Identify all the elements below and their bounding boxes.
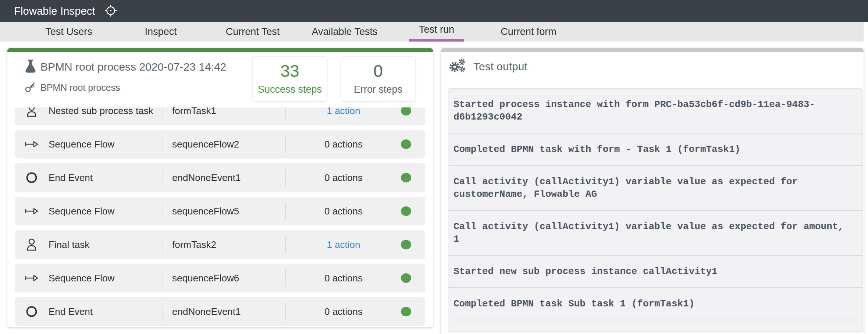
step-actions-link[interactable]: 1 action (286, 239, 401, 251)
app-title: Flowable Inspect (14, 5, 95, 17)
status-dot (401, 139, 411, 149)
status-dot-cell (401, 307, 425, 316)
process-step-row[interactable]: End Event endNoneEvent1 0 actions (15, 297, 425, 326)
step-name: endNoneEvent1 (163, 172, 285, 184)
end-event-circle-icon (25, 305, 38, 319)
step-label: Sequence Flow (49, 273, 163, 284)
status-dot-cell (401, 173, 425, 182)
status-dot-cell (401, 273, 425, 283)
step-label: Sequence Flow (49, 206, 163, 217)
log-entry: Completed BPMN task Sub task 1 (formTask… (448, 288, 862, 320)
success-steps-counter: 33 Success steps (253, 57, 327, 101)
sequence-flow-arrow-icon (24, 204, 39, 218)
process-step-row[interactable]: Sequence Flow sequenceFlow5 0 actions (15, 197, 425, 225)
flowable-inspect-window: Flowable Inspect Test Users Inspect Curr (0, 0, 868, 334)
test-output-header: Test output (448, 58, 527, 75)
sequence-flow-arrow-icon (24, 137, 39, 151)
step-actions-link[interactable]: 0 actions (286, 172, 401, 184)
test-run-title: BPMN root process 2020-07-23 14:42 (40, 61, 226, 73)
app-header: Flowable Inspect (0, 0, 868, 22)
crosshair-icon[interactable] (103, 3, 118, 19)
tab[interactable]: Current form (483, 22, 574, 42)
end-event-circle-icon (25, 171, 38, 185)
error-steps-label: Error steps (341, 84, 415, 95)
test-run-panel: Nested sub process task formTask1 1 acti… (7, 48, 433, 327)
step-actions-link[interactable]: 0 actions (286, 139, 401, 150)
status-dot (401, 240, 411, 249)
step-type-icon (15, 204, 49, 218)
log-entry: Call activity (callActivity1) variable v… (448, 166, 862, 211)
step-label: Final task (49, 239, 163, 251)
log-entry: Started new sub process instance callAct… (448, 256, 862, 288)
success-steps-value: 33 (253, 61, 327, 81)
status-dot (401, 206, 411, 216)
error-steps-counter: 0 Error steps (341, 57, 415, 101)
step-name: formTask2 (163, 239, 285, 251)
step-label: End Event (49, 306, 163, 317)
status-dot (401, 273, 411, 283)
step-actions-link[interactable]: 0 actions (286, 206, 401, 217)
step-label: Sequence Flow (49, 139, 163, 150)
tab[interactable]: Test Users (23, 22, 115, 42)
tab-label: Test run (419, 24, 454, 35)
status-dot-cell (401, 139, 425, 149)
process-step-row[interactable]: Sequence Flow sequenceFlow2 0 actions (15, 130, 425, 159)
step-name: endNoneEvent1 (163, 306, 285, 317)
process-step-list: Nested sub process task formTask1 1 acti… (15, 96, 425, 327)
log-entry: Started process instance with form PRC-b… (448, 89, 862, 134)
test-run-header: BPMN root process 2020-07-23 14:42 BPMN … (7, 52, 433, 107)
key-icon (24, 81, 36, 95)
status-dot (401, 173, 411, 182)
log-entry: Completed BPMN task with form - Task 1 (… (448, 134, 862, 166)
step-type-icon (15, 305, 49, 319)
success-steps-label: Success steps (253, 84, 327, 95)
tab[interactable]: Test run (391, 22, 483, 42)
cogs-icon (448, 58, 467, 75)
tab[interactable]: Current Test (207, 22, 299, 42)
test-output-console[interactable]: Started process instance with form PRC-b… (448, 88, 863, 333)
step-name: sequenceFlow5 (163, 206, 285, 217)
test-output-title: Test output (473, 60, 527, 73)
status-dot (401, 307, 411, 316)
tab-label: Current Test (226, 26, 280, 38)
process-step-row[interactable]: End Event endNoneEvent1 0 actions (15, 163, 425, 192)
step-label: End Event (49, 172, 163, 184)
process-step-row[interactable]: Sequence Flow sequenceFlow6 0 actions (15, 264, 425, 292)
status-dot-cell (401, 206, 425, 216)
step-type-icon (15, 238, 49, 252)
step-type-icon (15, 171, 49, 185)
step-type-icon (15, 271, 49, 285)
step-type-icon (15, 137, 49, 151)
tab-label: Available Tests (312, 26, 377, 38)
step-actions-link[interactable]: 0 actions (286, 273, 401, 284)
step-name: sequenceFlow6 (163, 273, 285, 284)
tab-label: Current form (501, 26, 556, 38)
tab[interactable]: Available Tests (299, 22, 391, 42)
tab-label: Inspect (145, 26, 177, 38)
error-steps-value: 0 (341, 61, 415, 81)
process-name: BPMN root process (40, 82, 120, 93)
process-step-row[interactable]: Final task formTask2 1 action (15, 230, 425, 259)
log-entry: Call activity (callActivity1) variable v… (448, 211, 862, 256)
status-dot-cell (401, 240, 425, 249)
step-name: sequenceFlow2 (163, 139, 285, 150)
step-actions-link[interactable]: 0 actions (286, 306, 401, 317)
test-output-panel: Test output Started process instance wit… (441, 48, 864, 334)
sequence-flow-arrow-icon (24, 271, 39, 285)
tab[interactable]: Inspect (115, 22, 207, 42)
main-tabbar: Test Users Inspect Current Test Availabl… (0, 22, 864, 42)
user-icon (25, 238, 38, 252)
tab-label: Test Users (45, 26, 92, 38)
flask-icon (24, 58, 38, 76)
